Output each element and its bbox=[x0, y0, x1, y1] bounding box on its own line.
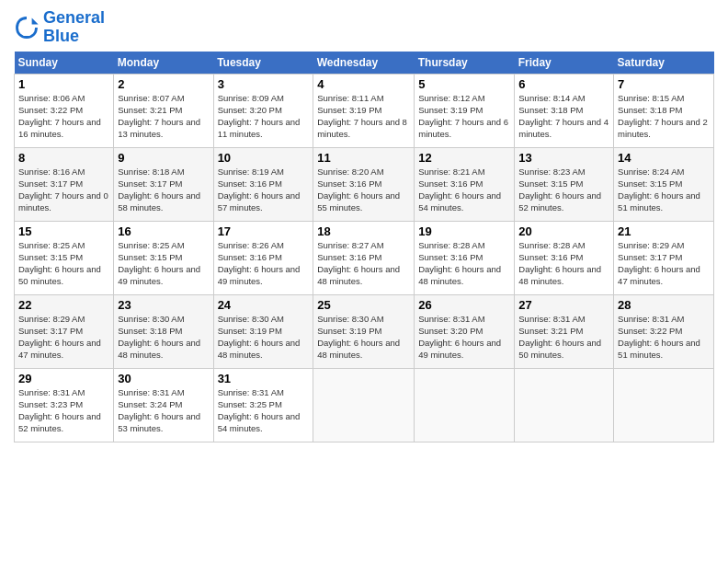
day-info: Sunrise: 8:28 AMSunset: 3:16 PMDaylight:… bbox=[518, 240, 601, 287]
day-number: 11 bbox=[317, 151, 410, 165]
calendar-cell: 8 Sunrise: 8:16 AMSunset: 3:17 PMDayligh… bbox=[15, 147, 114, 221]
day-info: Sunrise: 8:07 AMSunset: 3:21 PMDaylight:… bbox=[118, 93, 200, 140]
day-info: Sunrise: 8:15 AMSunset: 3:18 PMDaylight:… bbox=[618, 93, 708, 140]
calendar-cell: 12 Sunrise: 8:21 AMSunset: 3:16 PMDaylig… bbox=[415, 147, 515, 221]
logo: General Blue bbox=[14, 9, 105, 46]
calendar-cell: 26 Sunrise: 8:31 AMSunset: 3:20 PMDaylig… bbox=[415, 294, 515, 368]
day-info: Sunrise: 8:25 AMSunset: 3:15 PMDaylight:… bbox=[18, 240, 101, 287]
day-info: Sunrise: 8:28 AMSunset: 3:16 PMDaylight:… bbox=[418, 240, 501, 287]
day-number: 26 bbox=[418, 298, 510, 312]
day-number: 31 bbox=[218, 372, 310, 385]
day-number: 25 bbox=[317, 298, 410, 312]
day-number: 23 bbox=[118, 298, 209, 312]
calendar-cell: 30 Sunrise: 8:31 AMSunset: 3:24 PMDaylig… bbox=[114, 368, 213, 442]
day-info: Sunrise: 8:31 AMSunset: 3:22 PMDaylight:… bbox=[618, 314, 700, 361]
header: General Blue bbox=[14, 9, 714, 46]
day-info: Sunrise: 8:29 AMSunset: 3:17 PMDaylight:… bbox=[18, 314, 101, 361]
calendar-table: SundayMondayTuesdayWednesdayThursdayFrid… bbox=[14, 52, 714, 442]
day-info: Sunrise: 8:31 AMSunset: 3:20 PMDaylight:… bbox=[418, 314, 501, 361]
day-number: 18 bbox=[317, 224, 410, 238]
day-info: Sunrise: 8:31 AMSunset: 3:23 PMDaylight:… bbox=[18, 387, 101, 434]
calendar-cell: 16 Sunrise: 8:25 AMSunset: 3:15 PMDaylig… bbox=[114, 221, 213, 294]
day-number: 15 bbox=[18, 224, 109, 238]
day-number: 14 bbox=[618, 151, 710, 165]
day-number: 6 bbox=[518, 77, 609, 91]
calendar-cell: 10 Sunrise: 8:19 AMSunset: 3:16 PMDaylig… bbox=[213, 147, 313, 221]
day-number: 20 bbox=[518, 224, 609, 238]
calendar-cell: 6 Sunrise: 8:14 AMSunset: 3:18 PMDayligh… bbox=[515, 74, 614, 147]
day-info: Sunrise: 8:31 AMSunset: 3:25 PMDaylight:… bbox=[218, 387, 301, 434]
calendar-cell: 27 Sunrise: 8:31 AMSunset: 3:21 PMDaylig… bbox=[515, 294, 614, 368]
page-container: General Blue SundayMondayTuesdayWednesda… bbox=[0, 0, 728, 452]
day-info: Sunrise: 8:29 AMSunset: 3:17 PMDaylight:… bbox=[618, 240, 700, 287]
calendar-week-row: 15 Sunrise: 8:25 AMSunset: 3:15 PMDaylig… bbox=[15, 221, 714, 294]
day-info: Sunrise: 8:30 AMSunset: 3:18 PMDaylight:… bbox=[118, 314, 200, 361]
column-header-wednesday: Wednesday bbox=[313, 52, 415, 75]
day-info: Sunrise: 8:30 AMSunset: 3:19 PMDaylight:… bbox=[317, 314, 400, 361]
day-number: 27 bbox=[518, 298, 609, 312]
day-number: 1 bbox=[18, 77, 109, 91]
day-number: 29 bbox=[18, 372, 109, 385]
calendar-cell bbox=[614, 368, 714, 442]
calendar-cell bbox=[515, 368, 614, 442]
calendar-cell: 11 Sunrise: 8:20 AMSunset: 3:16 PMDaylig… bbox=[313, 147, 415, 221]
day-number: 30 bbox=[118, 372, 209, 385]
day-number: 10 bbox=[218, 151, 310, 165]
column-header-friday: Friday bbox=[515, 52, 614, 75]
day-info: Sunrise: 8:20 AMSunset: 3:16 PMDaylight:… bbox=[317, 167, 400, 213]
day-number: 2 bbox=[118, 77, 209, 91]
day-info: Sunrise: 8:31 AMSunset: 3:24 PMDaylight:… bbox=[118, 387, 200, 434]
day-number: 22 bbox=[18, 298, 109, 312]
column-header-sunday: Sunday bbox=[15, 52, 114, 75]
calendar-week-row: 8 Sunrise: 8:16 AMSunset: 3:17 PMDayligh… bbox=[15, 147, 714, 221]
calendar-cell: 7 Sunrise: 8:15 AMSunset: 3:18 PMDayligh… bbox=[614, 74, 714, 147]
day-number: 16 bbox=[118, 224, 209, 238]
calendar-cell: 21 Sunrise: 8:29 AMSunset: 3:17 PMDaylig… bbox=[614, 221, 714, 294]
day-info: Sunrise: 8:09 AMSunset: 3:20 PMDaylight:… bbox=[218, 93, 301, 140]
calendar-cell: 17 Sunrise: 8:26 AMSunset: 3:16 PMDaylig… bbox=[213, 221, 313, 294]
calendar-cell bbox=[313, 368, 415, 442]
calendar-cell: 13 Sunrise: 8:23 AMSunset: 3:15 PMDaylig… bbox=[515, 147, 614, 221]
calendar-cell: 4 Sunrise: 8:11 AMSunset: 3:19 PMDayligh… bbox=[313, 74, 415, 147]
day-number: 13 bbox=[518, 151, 609, 165]
day-number: 12 bbox=[418, 151, 510, 165]
calendar-cell: 18 Sunrise: 8:27 AMSunset: 3:16 PMDaylig… bbox=[313, 221, 415, 294]
calendar-cell: 23 Sunrise: 8:30 AMSunset: 3:18 PMDaylig… bbox=[114, 294, 213, 368]
column-header-thursday: Thursday bbox=[415, 52, 515, 75]
day-info: Sunrise: 8:11 AMSunset: 3:19 PMDaylight:… bbox=[317, 93, 407, 140]
day-number: 9 bbox=[118, 151, 209, 165]
day-number: 17 bbox=[218, 224, 310, 238]
day-number: 5 bbox=[418, 77, 510, 91]
day-number: 28 bbox=[618, 298, 710, 312]
day-info: Sunrise: 8:23 AMSunset: 3:15 PMDaylight:… bbox=[518, 167, 601, 213]
day-info: Sunrise: 8:21 AMSunset: 3:16 PMDaylight:… bbox=[418, 167, 501, 213]
calendar-cell: 20 Sunrise: 8:28 AMSunset: 3:16 PMDaylig… bbox=[515, 221, 614, 294]
day-info: Sunrise: 8:16 AMSunset: 3:17 PMDaylight:… bbox=[18, 167, 108, 213]
calendar-cell: 5 Sunrise: 8:12 AMSunset: 3:19 PMDayligh… bbox=[415, 74, 515, 147]
calendar-cell: 28 Sunrise: 8:31 AMSunset: 3:22 PMDaylig… bbox=[614, 294, 714, 368]
calendar-cell: 25 Sunrise: 8:30 AMSunset: 3:19 PMDaylig… bbox=[313, 294, 415, 368]
day-info: Sunrise: 8:31 AMSunset: 3:21 PMDaylight:… bbox=[518, 314, 601, 361]
day-info: Sunrise: 8:12 AMSunset: 3:19 PMDaylight:… bbox=[418, 93, 508, 140]
calendar-cell bbox=[415, 368, 515, 442]
calendar-cell: 2 Sunrise: 8:07 AMSunset: 3:21 PMDayligh… bbox=[114, 74, 213, 147]
calendar-cell: 29 Sunrise: 8:31 AMSunset: 3:23 PMDaylig… bbox=[15, 368, 114, 442]
calendar-cell: 14 Sunrise: 8:24 AMSunset: 3:15 PMDaylig… bbox=[614, 147, 714, 221]
logo-text: General Blue bbox=[43, 9, 105, 46]
day-info: Sunrise: 8:26 AMSunset: 3:16 PMDaylight:… bbox=[218, 240, 301, 287]
calendar-week-row: 29 Sunrise: 8:31 AMSunset: 3:23 PMDaylig… bbox=[15, 368, 714, 442]
calendar-cell: 19 Sunrise: 8:28 AMSunset: 3:16 PMDaylig… bbox=[415, 221, 515, 294]
day-info: Sunrise: 8:25 AMSunset: 3:15 PMDaylight:… bbox=[118, 240, 200, 287]
day-info: Sunrise: 8:06 AMSunset: 3:22 PMDaylight:… bbox=[18, 93, 101, 140]
day-number: 21 bbox=[618, 224, 710, 238]
day-info: Sunrise: 8:18 AMSunset: 3:17 PMDaylight:… bbox=[118, 167, 200, 213]
column-header-tuesday: Tuesday bbox=[213, 52, 313, 75]
calendar-cell: 1 Sunrise: 8:06 AMSunset: 3:22 PMDayligh… bbox=[15, 74, 114, 147]
day-number: 8 bbox=[18, 151, 109, 165]
calendar-cell: 24 Sunrise: 8:30 AMSunset: 3:19 PMDaylig… bbox=[213, 294, 313, 368]
calendar-header-row: SundayMondayTuesdayWednesdayThursdayFrid… bbox=[15, 52, 714, 75]
calendar-week-row: 22 Sunrise: 8:29 AMSunset: 3:17 PMDaylig… bbox=[15, 294, 714, 368]
day-number: 19 bbox=[418, 224, 510, 238]
column-header-saturday: Saturday bbox=[614, 52, 714, 75]
calendar-cell: 22 Sunrise: 8:29 AMSunset: 3:17 PMDaylig… bbox=[15, 294, 114, 368]
